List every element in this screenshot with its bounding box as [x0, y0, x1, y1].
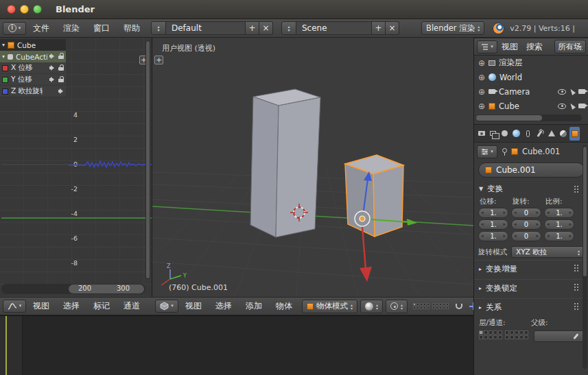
object-name-field[interactable]: Cube.001 — [478, 162, 585, 178]
scene-browse-button[interactable]: ▴▾ — [281, 21, 296, 35]
location-z-field[interactable]: ◂1.▸ — [478, 231, 508, 241]
pivot-select[interactable]: ▴▾ — [386, 300, 408, 313]
channel-row-fcurve-x[interactable]: X 位移 — [0, 62, 66, 74]
location-x-field[interactable]: ◂1.▸ — [478, 208, 508, 218]
menu-file[interactable]: 文件 — [26, 23, 56, 34]
graph-menu-channel[interactable]: 通道 — [117, 300, 147, 312]
mode-select[interactable]: 物体模式 ▴▾ — [302, 300, 357, 313]
outliner-filter-select[interactable]: 所有场景 — [554, 40, 586, 53]
channel-row-action[interactable]: ▾ CubeAction — [0, 51, 66, 62]
properties-scrollbar[interactable] — [583, 145, 587, 369]
scale-x-field[interactable]: ◂1.▸ — [544, 208, 574, 218]
tab-world[interactable] — [511, 127, 521, 141]
tab-data[interactable] — [546, 127, 556, 141]
panel-drag-dots[interactable] — [574, 302, 579, 310]
selectability-arrow-icon[interactable] — [569, 88, 576, 95]
viewport-3d[interactable]: Z Y 用户视图 (透视) (760) Cube.001 + — [152, 38, 473, 297]
expand-plus-icon[interactable]: ⊕ — [478, 59, 485, 67]
mute-speaker-icon[interactable] — [58, 88, 64, 95]
graph-menu-view[interactable]: 视图 — [26, 300, 56, 312]
editor-type-button-info[interactable]: i ▾ — [3, 22, 26, 35]
mute-speaker-icon[interactable] — [49, 76, 56, 83]
menu-help[interactable]: 帮助 — [117, 23, 147, 34]
channel-row-fcurve-y[interactable]: Y 位移 — [0, 74, 66, 86]
window-maximize-button[interactable] — [33, 5, 42, 14]
location-y-field[interactable]: ◂1.▸ — [478, 219, 508, 230]
panel-drag-dots[interactable] — [574, 264, 579, 271]
rotation-x-field[interactable]: ◂0▸ — [511, 208, 541, 218]
editor-type-button-graph[interactable]: ▾ — [3, 300, 26, 313]
mute-speaker-icon[interactable] — [49, 53, 56, 60]
channel-row-fcurve-z[interactable]: Z 欧拉旋转 — [0, 86, 66, 97]
lock-icon[interactable] — [58, 64, 64, 71]
tab-object[interactable] — [569, 127, 580, 141]
tab-material[interactable] — [558, 127, 568, 141]
tab-render[interactable] — [476, 127, 486, 141]
panel-drag-dots[interactable] — [574, 185, 579, 193]
layout-browse-button[interactable]: ▴▾ — [151, 21, 166, 35]
tab-render-layers[interactable] — [488, 127, 498, 141]
tab-scene[interactable] — [499, 127, 510, 141]
scale-z-field[interactable]: ◂1.▸ — [544, 231, 574, 241]
transform-panel-header[interactable]: ▼ 变换 — [474, 182, 588, 195]
scale-y-field[interactable]: ◂1.▸ — [544, 219, 574, 230]
editor-type-button-3dview[interactable]: ▾ — [155, 300, 178, 313]
tab-modifiers[interactable] — [534, 127, 545, 141]
layout-delete-button[interactable]: × — [259, 21, 273, 35]
outliner-menu-search[interactable]: 搜索 — [522, 41, 547, 53]
mute-speaker-icon[interactable] — [49, 64, 56, 71]
window-close-button[interactable] — [7, 5, 16, 14]
eyedropper-icon[interactable] — [572, 332, 579, 340]
editor-type-button-outliner[interactable]: ▾ — [477, 40, 497, 53]
outliner-row-cube[interactable]: ⊕ Cube — [474, 99, 588, 113]
channel-row-object[interactable]: ▾ Cube — [0, 39, 66, 51]
visibility-eye-icon[interactable] — [558, 89, 566, 95]
window-minimize-button[interactable] — [20, 5, 29, 14]
graph-editor[interactable]: 4 2 0 -2 -4 -6 -8 ▾ Cube ▾ CubeAction — [0, 38, 152, 297]
layout-name-field[interactable]: Default — [166, 21, 246, 35]
render-engine-select[interactable]: Blender 渲染 ▴▾ — [421, 21, 484, 35]
object-layers-widget[interactable] — [479, 330, 528, 339]
graph-vertical-scrollbar[interactable] — [145, 40, 150, 279]
delta-transform-panel-header[interactable]: ▸ 变换增量 — [474, 260, 588, 277]
panel-drag-dots[interactable] — [574, 283, 579, 291]
menu-window[interactable]: 窗口 — [86, 23, 117, 34]
layout-add-button[interactable]: + — [246, 21, 259, 35]
editor-type-button-properties[interactable]: ▾ — [477, 145, 497, 158]
outliner-menu-view[interactable]: 视图 — [497, 41, 522, 53]
scene-delete-button[interactable]: × — [386, 21, 399, 35]
transform-locks-panel-header[interactable]: ▸ 变换锁定 — [474, 279, 588, 296]
timeline-editor[interactable] — [0, 315, 473, 375]
outliner-row-camera[interactable]: ⊕ Camera — [474, 84, 588, 99]
lock-icon[interactable] — [58, 53, 64, 60]
renderability-camera-icon[interactable] — [578, 89, 585, 94]
vp-menu-select[interactable]: 选择 — [209, 300, 239, 312]
current-frame-marker[interactable] — [5, 316, 7, 375]
expand-plus-icon[interactable]: ⊕ — [478, 102, 485, 110]
vp-menu-view[interactable]: 视图 — [178, 300, 209, 312]
expand-plus-icon[interactable]: ⊕ — [478, 73, 485, 82]
pin-icon[interactable] — [502, 148, 507, 156]
selectability-arrow-icon[interactable] — [569, 102, 576, 110]
expand-plus-icon[interactable]: ⊕ — [478, 88, 485, 96]
visibility-eye-icon[interactable] — [558, 104, 566, 109]
scene-name-field[interactable]: Scene — [296, 21, 372, 35]
graph-menu-select[interactable]: 选择 — [56, 300, 86, 312]
region-expand-button[interactable]: + — [154, 56, 163, 64]
outliner-row-renderlayers[interactable]: ⊕ 渲染层 — [474, 56, 588, 70]
relations-panel-header[interactable]: ▸ 关系 — [474, 298, 588, 315]
rotation-z-field[interactable]: ◂0▸ — [511, 231, 541, 241]
vp-menu-object[interactable]: 物体 — [269, 300, 299, 312]
renderability-camera-icon[interactable] — [578, 104, 585, 108]
scene-add-button[interactable]: + — [372, 21, 386, 35]
outliner-horizontal-scrollbar[interactable] — [475, 114, 582, 121]
parent-object-field[interactable] — [534, 330, 584, 342]
tab-constraints[interactable] — [523, 127, 533, 141]
lock-icon[interactable] — [58, 76, 64, 83]
shading-select[interactable]: ▴▾ — [360, 300, 383, 313]
layers-widget[interactable] — [413, 303, 449, 309]
menu-render[interactable]: 渲染 — [56, 23, 86, 34]
snap-magnet-icon[interactable] — [456, 304, 462, 309]
rotation-mode-select[interactable]: XYZ 欧拉 ▴▾ — [511, 246, 585, 258]
vp-menu-add[interactable]: 添加 — [239, 300, 269, 312]
